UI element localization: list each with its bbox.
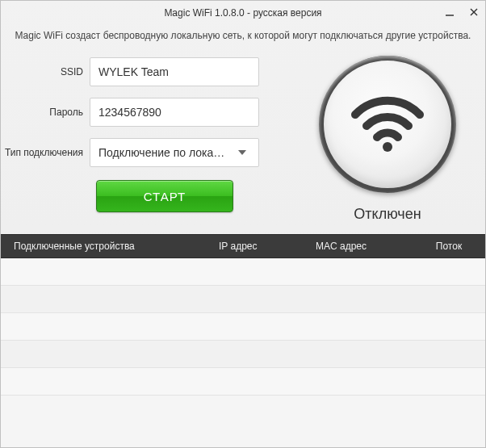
col-devices: Подключенные устройства <box>1 241 219 252</box>
chevron-down-icon <box>234 139 250 166</box>
password-label: Пароль <box>1 107 90 118</box>
start-button[interactable]: СТАРТ <box>96 180 233 212</box>
table-header: Подключенные устройства IP адрес MAC адр… <box>1 234 485 258</box>
status-column: Отключен <box>303 52 472 223</box>
connection-label: Тип подключения <box>1 147 90 158</box>
col-stream: Поток <box>413 241 485 252</box>
password-input[interactable]: 1234567890 <box>90 98 259 127</box>
wifi-icon <box>347 90 428 158</box>
table-row <box>1 341 485 368</box>
window-title: Magic WiFi 1.0.8.0 - русская версия <box>1 7 485 19</box>
start-label: СТАРТ <box>144 190 186 203</box>
wifi-status-circle <box>319 56 456 193</box>
ssid-row: SSID WYLEK Team <box>1 57 296 86</box>
svg-point-4 <box>383 142 392 152</box>
table-row <box>1 368 485 396</box>
col-ip: IP адрес <box>219 241 316 252</box>
table-body <box>1 258 485 447</box>
table-row <box>1 286 485 313</box>
close-button[interactable] <box>469 6 479 19</box>
connection-select[interactable]: Подключение по локал... <box>90 138 259 167</box>
minimize-button[interactable] <box>445 6 455 19</box>
status-text: Отключен <box>354 206 421 223</box>
ssid-input[interactable]: WYLEK Team <box>90 57 259 86</box>
form-column: SSID WYLEK Team Пароль 1234567890 Тип по… <box>1 52 296 212</box>
svg-marker-3 <box>238 150 246 155</box>
app-description: Magic WiFi создаст беспроводную локальну… <box>1 25 485 52</box>
connection-row: Тип подключения Подключение по локал... <box>1 138 296 167</box>
titlebar: Magic WiFi 1.0.8.0 - русская версия <box>1 1 485 25</box>
app-window: Magic WiFi 1.0.8.0 - русская версия Magi… <box>0 0 486 448</box>
password-value: 1234567890 <box>98 106 161 119</box>
table-row <box>1 313 485 341</box>
main-area: SSID WYLEK Team Пароль 1234567890 Тип по… <box>1 52 485 226</box>
window-controls <box>445 1 479 25</box>
ssid-label: SSID <box>1 66 90 77</box>
ssid-value: WYLEK Team <box>98 65 169 78</box>
table-row <box>1 258 485 286</box>
col-mac: MAC адрес <box>316 241 413 252</box>
connection-value: Подключение по локал... <box>98 146 234 159</box>
password-row: Пароль 1234567890 <box>1 98 296 127</box>
devices-table: Подключенные устройства IP адрес MAC адр… <box>1 234 485 447</box>
